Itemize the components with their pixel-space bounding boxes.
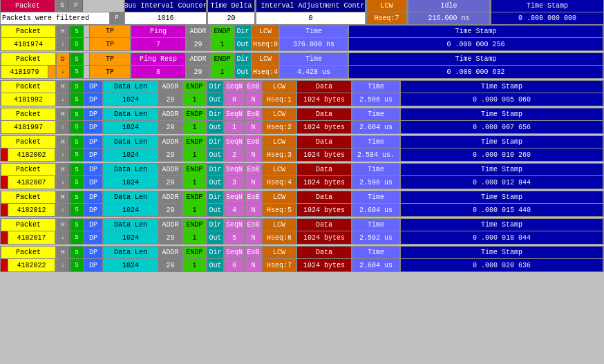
ping-resp-label: Ping Resp bbox=[131, 53, 186, 65]
ts-lbl-dp2: Time Stamp bbox=[400, 108, 603, 120]
addr-lbl-dp7: ADDR bbox=[158, 247, 182, 258]
eob-lbl-dp7: EoB bbox=[245, 247, 262, 258]
dp-val5: DP bbox=[84, 204, 103, 216]
s-btn2[interactable]: S bbox=[70, 38, 84, 50]
endp-lbl-dp6: ENDP bbox=[182, 219, 207, 231]
seqn-lbl-dp4: SeqN bbox=[224, 164, 245, 175]
dp-val6: DP bbox=[84, 231, 103, 244]
hseq-val-dp1: Hseq:1 bbox=[262, 93, 296, 106]
datalen-label4: Data Len bbox=[103, 164, 158, 175]
pkt-label-dp2: Packet bbox=[1, 108, 56, 120]
ts-lbl-dp6: Time Stamp bbox=[400, 219, 603, 231]
s-dp1[interactable]: S bbox=[70, 81, 84, 93]
s-dp6[interactable]: S bbox=[70, 219, 84, 231]
dp-label4: DP bbox=[84, 164, 103, 175]
s-dp2b[interactable]: S bbox=[70, 121, 84, 133]
pkt-label-dp4: Packet bbox=[1, 164, 56, 175]
lcw-lbl-dp7: LCW bbox=[262, 247, 296, 258]
ts-lbl-dp5: Time Stamp bbox=[400, 191, 603, 203]
time-val-dp2: 2.604 us bbox=[352, 121, 400, 133]
lcw-lbl-dp5: LCW bbox=[262, 191, 296, 203]
bus-interval-counter-value: 1816 bbox=[124, 12, 207, 24]
ts-val: 0 .000 000 256 bbox=[348, 38, 603, 50]
dir-label2: Dir bbox=[234, 53, 252, 65]
dp-label5: DP bbox=[84, 191, 103, 203]
eob-lbl-dp3: EoB bbox=[245, 136, 262, 148]
s-btn3[interactable]: S bbox=[70, 53, 84, 65]
seqn-lbl-dp1: SeqN bbox=[224, 81, 245, 93]
s-dp2[interactable]: S bbox=[70, 108, 84, 120]
addr-lbl-dp4: ADDR bbox=[158, 164, 182, 175]
dp-label2: DP bbox=[84, 108, 103, 120]
ts-val-dp4: 0 .000 012 844 bbox=[400, 176, 603, 189]
data-val-dp5: 1024 bytes bbox=[296, 204, 352, 216]
ts-val-dp3: 0 .000 010 260 bbox=[400, 149, 603, 161]
dp-label6: DP bbox=[84, 219, 103, 231]
s-dp5b[interactable]: S bbox=[70, 204, 84, 216]
hseq-header: Hseq:7 bbox=[366, 12, 407, 24]
timestamp-header: Time Stamp bbox=[491, 0, 604, 12]
ts-val-dp6: 0 .000 018 044 bbox=[400, 231, 603, 244]
datalen-label7: Data Len bbox=[103, 247, 158, 258]
time-val: 376.000 ns bbox=[279, 38, 348, 50]
seqn-lbl-dp2: SeqN bbox=[224, 108, 245, 120]
dir-h-dp3: H bbox=[56, 136, 70, 148]
down-arrow2: ↓ bbox=[56, 66, 70, 78]
seqn-val-dp5: 4 bbox=[224, 204, 245, 216]
main-container: Packet S P Packets were filtered P Bus I… bbox=[0, 0, 604, 274]
pkt-label-dp6: Packet bbox=[1, 219, 56, 231]
pkt-id-dp3: 4182002 bbox=[8, 149, 55, 161]
ts-val-dp5: 0 .000 015 440 bbox=[400, 204, 603, 216]
s-dp7[interactable]: S bbox=[70, 247, 84, 258]
data-val-dp4: 1024 bytes bbox=[296, 176, 352, 189]
s-header1: S bbox=[55, 0, 69, 12]
time-val-dp1: 2.596 us bbox=[352, 93, 400, 106]
dir-val-dp4: Out bbox=[207, 176, 224, 189]
addr-val-dp7: 29 bbox=[158, 259, 182, 271]
dir-h-dp1: H bbox=[56, 81, 70, 93]
packet-group: Packet H S DP Data Len ADDR ENDP Dir Seq… bbox=[0, 80, 604, 106]
s-dp4b[interactable]: S bbox=[70, 176, 84, 189]
s-dp5[interactable]: S bbox=[70, 191, 84, 203]
s-btn1[interactable]: S bbox=[70, 26, 84, 37]
s-dp6b[interactable]: S bbox=[70, 231, 84, 244]
datalen-label3: Data Len bbox=[103, 136, 158, 148]
ts-lbl-dp1: Time Stamp bbox=[400, 81, 603, 93]
addr-val-dp6: 29 bbox=[158, 231, 182, 244]
s-btn4[interactable]: S bbox=[70, 66, 84, 78]
data-lbl-dp5: Data bbox=[296, 191, 352, 203]
endp-val-dp2: 1 bbox=[182, 121, 207, 133]
packet-id2: 4181979 bbox=[1, 66, 48, 78]
hseq-val-dp4: Hseq:4 bbox=[262, 176, 296, 189]
data-val-dp2: 1024 bytes bbox=[296, 121, 352, 133]
dir-h-dp2: H bbox=[56, 108, 70, 120]
endp-val-dp4: 1 bbox=[182, 176, 207, 189]
s-dp4[interactable]: S bbox=[70, 164, 84, 175]
addr-val-dp4: 29 bbox=[158, 176, 182, 189]
hseq-val-dp5: Hseq:5 bbox=[262, 204, 296, 216]
eob-lbl-dp2: EoB bbox=[245, 108, 262, 120]
arrow-dp6: ↓ bbox=[56, 231, 70, 244]
s-dp1b[interactable]: S bbox=[70, 93, 84, 106]
lcw-lbl-dp1: LCW bbox=[262, 81, 296, 93]
hseq-val: Hseq:0 bbox=[252, 38, 279, 50]
addr-lbl-dp5: ADDR bbox=[158, 191, 182, 203]
idle-time: 216.000 ns bbox=[408, 12, 490, 24]
addr-val: 29 bbox=[186, 38, 210, 50]
seqn-lbl-dp6: SeqN bbox=[224, 219, 245, 231]
addr-val-dp5: 29 bbox=[158, 204, 182, 216]
packet-label: Packet bbox=[1, 26, 56, 37]
s-dp3[interactable]: S bbox=[70, 136, 84, 148]
pkt-id-dp5: 4182012 bbox=[8, 204, 55, 216]
addr-lbl-dp1: ADDR bbox=[158, 81, 182, 93]
s-dp3b[interactable]: S bbox=[70, 149, 84, 161]
packet-group: Packet H S DP Data Len ADDR ENDP Dir Seq… bbox=[0, 163, 604, 189]
datalen-val2: 1024 bbox=[103, 121, 158, 133]
s-dp7b[interactable]: S bbox=[70, 259, 84, 271]
endp-lbl-dp7: ENDP bbox=[182, 247, 207, 258]
lcw-lbl-dp3: LCW bbox=[262, 136, 296, 148]
pkt-label-dp3: Packet bbox=[1, 136, 56, 148]
addr-val2: 29 bbox=[186, 66, 210, 78]
time-lbl-dp1: Time bbox=[352, 81, 400, 93]
datalen-val7: 1024 bbox=[103, 259, 158, 271]
